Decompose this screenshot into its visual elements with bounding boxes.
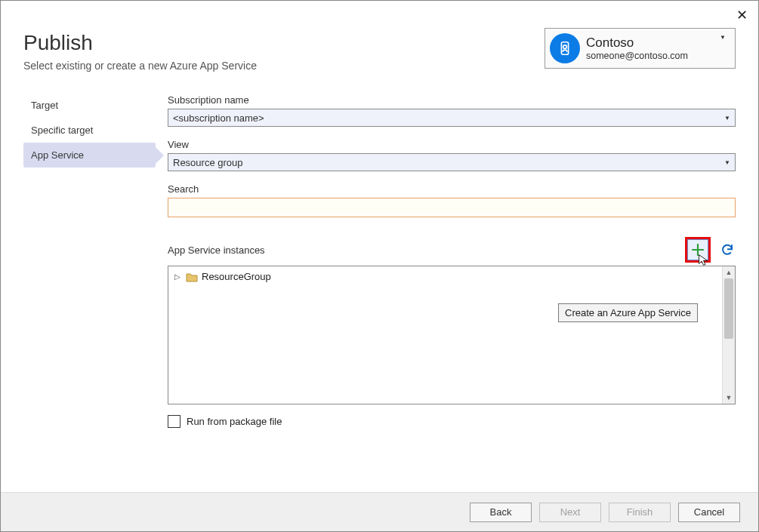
run-from-package-checkbox[interactable]: Run from package file xyxy=(168,415,736,428)
main-pane: Subscription name <subscription name> ▼ … xyxy=(156,85,736,428)
add-app-service-tooltip: Create an Azure App Service xyxy=(558,303,698,322)
wizard-steps-sidebar: Target Specific target App Service xyxy=(23,85,156,428)
back-button[interactable]: Back xyxy=(470,503,532,522)
search-input[interactable] xyxy=(168,198,736,217)
view-value: Resource group xyxy=(173,157,724,168)
view-label: View xyxy=(168,139,736,150)
scroll-thumb[interactable] xyxy=(724,278,733,339)
subscription-label: Subscription name xyxy=(168,94,736,106)
scroll-track[interactable] xyxy=(723,278,735,392)
checkbox-box-icon[interactable] xyxy=(168,415,180,428)
instances-label: App Service instances xyxy=(168,244,685,256)
cancel-button[interactable]: Cancel xyxy=(678,503,740,522)
svg-point-1 xyxy=(563,45,567,49)
run-from-package-label: Run from package file xyxy=(187,416,282,427)
sidebar-item-label: App Service xyxy=(31,149,84,161)
tree-label: ResourceGroup xyxy=(202,271,271,282)
account-picker[interactable]: Contoso someone@contoso.com ▼ xyxy=(545,28,736,69)
finish-button: Finish xyxy=(609,503,671,522)
scroll-up-icon[interactable]: ▲ xyxy=(726,266,733,278)
refresh-button[interactable] xyxy=(719,241,736,258)
sidebar-item-target[interactable]: Target xyxy=(23,93,156,118)
header: Contoso someone@contoso.com ▼ Publish Se… xyxy=(1,1,758,72)
sidebar-item-label: Specific target xyxy=(31,125,93,136)
tree-row[interactable]: ▷ ResourceGroup xyxy=(173,269,717,284)
search-label: Search xyxy=(168,183,736,195)
chevron-down-icon: ▼ xyxy=(724,159,730,166)
instances-tree[interactable]: ▷ ResourceGroup ▲ ▼ xyxy=(168,266,736,404)
add-app-service-highlight xyxy=(685,237,711,263)
view-dropdown[interactable]: Resource group ▼ xyxy=(168,153,736,171)
scrollbar[interactable]: ▲ ▼ xyxy=(722,266,735,404)
account-name: Contoso xyxy=(586,35,718,51)
sidebar-item-specific-target[interactable]: Specific target xyxy=(23,118,156,143)
subscription-value: <subscription name> xyxy=(173,112,724,124)
subscription-dropdown[interactable]: <subscription name> ▼ xyxy=(168,109,736,127)
next-button: Next xyxy=(539,503,601,522)
account-email: someone@contoso.com xyxy=(586,51,718,63)
chevron-down-icon: ▼ xyxy=(724,115,730,121)
scroll-down-icon[interactable]: ▼ xyxy=(726,392,733,404)
sidebar-item-app-service[interactable]: App Service xyxy=(23,143,156,168)
chevron-down-icon[interactable]: ▼ xyxy=(718,35,727,41)
sidebar-item-label: Target xyxy=(31,100,58,111)
tree-expand-icon[interactable]: ▷ xyxy=(173,272,182,281)
add-app-service-button[interactable] xyxy=(687,239,708,260)
folder-icon xyxy=(186,272,198,282)
footer: Back Next Finish Cancel xyxy=(1,492,758,531)
account-avatar-icon xyxy=(550,33,580,63)
